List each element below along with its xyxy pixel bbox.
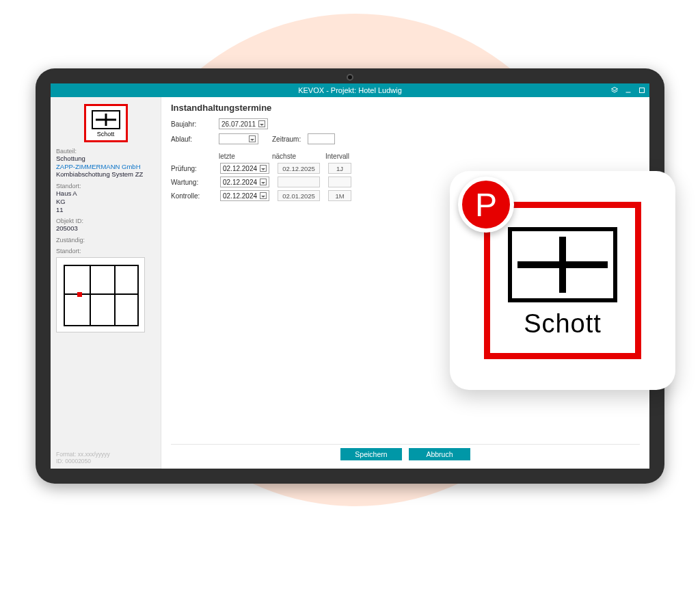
calendar-icon[interactable] bbox=[260, 165, 267, 172]
standort-line3: 11 bbox=[56, 206, 155, 214]
col-letzte: letzte bbox=[219, 153, 264, 160]
save-button[interactable]: Speichern bbox=[340, 448, 402, 460]
pruefung-intervall[interactable]: 1J bbox=[328, 163, 351, 174]
cancel-button[interactable]: Abbruch bbox=[409, 448, 470, 460]
bauteil-line1: Schottung bbox=[56, 155, 155, 163]
wartung-letzte-value: 02.12.2024 bbox=[223, 179, 257, 186]
bauteil-line3: Kombiabschottung System ZZ bbox=[56, 170, 155, 179]
window-title: KEVOX - Projekt: Hotel Ludwig bbox=[298, 86, 402, 94]
camera-dot bbox=[347, 74, 353, 81]
ablauf-label: Ablauf: bbox=[171, 135, 212, 143]
kontrolle-intervall[interactable]: 1M bbox=[328, 190, 351, 201]
calendar-icon[interactable] bbox=[260, 179, 267, 185]
standort2-label: Standort: bbox=[56, 248, 155, 254]
ablauf-row: Ablauf: Zeitraum: bbox=[171, 133, 640, 144]
bauteil-label: Bauteil: bbox=[56, 148, 155, 155]
standort-map-block: Standort: bbox=[56, 248, 155, 332]
standort-block: Standort: Haus A KG 11 bbox=[56, 183, 155, 214]
pruefung-label: Prüfung: bbox=[171, 165, 212, 172]
schedule-headers: letzte nächste Intervall bbox=[219, 153, 640, 160]
baujahr-input[interactable]: 26.07.2011 bbox=[219, 118, 268, 129]
pruefung-letzte-value: 02.12.2024 bbox=[223, 165, 257, 172]
kontrolle-label: Kontrolle: bbox=[171, 192, 212, 200]
status-badge-letter: P bbox=[475, 186, 497, 224]
footer-buttons: Speichern Abbruch bbox=[171, 444, 640, 463]
wartung-letzte-input[interactable]: 02.12.2024 bbox=[220, 176, 269, 187]
layers-icon[interactable] bbox=[610, 86, 619, 95]
col-intervall: Intervall bbox=[325, 153, 353, 160]
pruefung-letzte-input[interactable]: 02.12.2024 bbox=[220, 163, 269, 174]
svg-rect-2 bbox=[640, 88, 645, 93]
sidebar: Schott Bauteil: Schottung ZAPP-ZIMMERMAN… bbox=[51, 97, 161, 469]
kontrolle-naechste: 02.01.2025 bbox=[278, 190, 320, 201]
kontrolle-letzte-input[interactable]: 02.12.2024 bbox=[220, 190, 269, 201]
maximize-icon[interactable] bbox=[637, 86, 647, 95]
bauteil-block: Bauteil: Schottung ZAPP-ZIMMERMANN GmbH … bbox=[56, 148, 155, 179]
wartung-label: Wartung: bbox=[171, 179, 212, 186]
pruefung-naechste: 02.12.2025 bbox=[278, 163, 320, 174]
objektid-value: 205003 bbox=[56, 224, 155, 233]
wartung-intervall[interactable] bbox=[328, 176, 351, 187]
schott-label-large: Schott bbox=[524, 309, 602, 339]
window-controls bbox=[610, 83, 647, 97]
standort-label: Standort: bbox=[56, 183, 155, 189]
schott-icon bbox=[508, 227, 617, 302]
bauteil-manufacturer-link[interactable]: ZAPP-ZIMMERMANN GmbH bbox=[56, 163, 155, 170]
baujahr-row: Baujahr: 26.07.2011 bbox=[171, 118, 640, 129]
component-symbol: Schott bbox=[84, 104, 128, 142]
page-heading: Instandhaltungstermine bbox=[171, 103, 640, 113]
zeitraum-input[interactable] bbox=[308, 133, 335, 144]
standort-line1: Haus A bbox=[56, 189, 155, 198]
id-hint: ID: 00002050 bbox=[56, 458, 155, 464]
col-naechste: nächste bbox=[272, 153, 317, 160]
ablauf-input[interactable] bbox=[219, 133, 258, 144]
standort-line2: KG bbox=[56, 198, 155, 206]
zustaendig-label: Zuständig: bbox=[56, 237, 155, 244]
baujahr-value: 26.07.2011 bbox=[221, 120, 256, 128]
zeitraum-label: Zeitraum: bbox=[272, 135, 301, 143]
svg-marker-0 bbox=[612, 88, 618, 91]
component-symbol-label: Schott bbox=[97, 131, 115, 138]
floorplan-marker-icon bbox=[77, 292, 82, 297]
format-hint: Format: xx.xxx/yyyyy bbox=[56, 451, 155, 458]
zustaendig-block: Zuständig: bbox=[56, 237, 155, 244]
calendar-icon[interactable] bbox=[260, 192, 267, 199]
minimize-icon[interactable] bbox=[623, 86, 633, 95]
baujahr-label: Baujahr: bbox=[171, 120, 212, 128]
objektid-label: Objekt ID: bbox=[56, 218, 155, 224]
schott-icon bbox=[92, 110, 120, 129]
calendar-icon[interactable] bbox=[249, 135, 256, 142]
titlebar: KEVOX - Projekt: Hotel Ludwig bbox=[51, 83, 649, 97]
objektid-block: Objekt ID: 205003 bbox=[56, 218, 155, 233]
status-badge: P bbox=[458, 176, 514, 233]
floorplan-thumbnail[interactable] bbox=[56, 257, 145, 332]
calendar-icon[interactable] bbox=[258, 120, 265, 127]
kontrolle-letzte-value: 02.12.2024 bbox=[223, 192, 257, 200]
wartung-naechste bbox=[278, 176, 320, 187]
schott-symbol-large: Schott bbox=[484, 202, 641, 359]
